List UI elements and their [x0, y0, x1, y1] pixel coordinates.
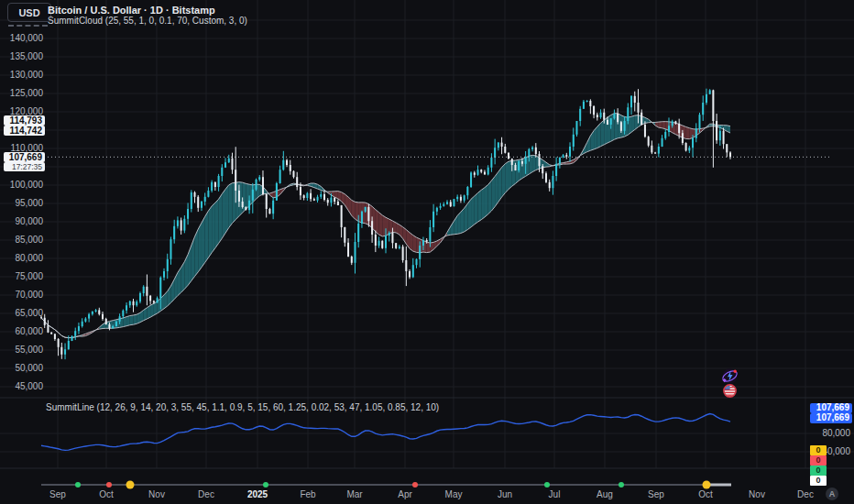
summitcloud-fill [126, 316, 130, 326]
time-tick-label: Jul [549, 489, 561, 499]
summitcloud-fill [502, 164, 506, 197]
candle-body [542, 166, 543, 173]
candle-body [320, 194, 322, 197]
summitcloud-fill [202, 216, 205, 267]
candle-body [480, 170, 482, 171]
candle-body [262, 177, 264, 194]
symbol-legend[interactable]: Bitcoin / U.S. Dollar · 1D · Bitstamp [48, 5, 215, 16]
candle-body [191, 192, 192, 209]
candle-body [412, 265, 414, 277]
price-chart-canvas[interactable] [0, 0, 854, 504]
candle-body [71, 336, 73, 341]
candle-body [521, 161, 523, 164]
flash-orbit-event-icon[interactable] [721, 367, 739, 385]
candle-body [78, 326, 80, 331]
summitcloud-fill [491, 176, 495, 211]
candle-body [487, 168, 489, 175]
summitcloud-fill [686, 126, 690, 138]
candle-body [460, 197, 462, 201]
candle-body [389, 233, 390, 236]
summitcloud-fill [208, 206, 212, 257]
candle-body [695, 128, 697, 138]
candle-body [698, 115, 700, 128]
timeline-event-dot[interactable] [544, 482, 550, 488]
candle-body [552, 176, 553, 188]
candle-body [395, 243, 397, 248]
summitcloud-fill [475, 192, 478, 224]
candle-body [218, 176, 220, 187]
candle-body [207, 191, 209, 197]
price-tick-label: 125,000 [0, 88, 43, 99]
timeline-event-dot[interactable] [126, 481, 135, 489]
timeline-event-dot[interactable] [412, 482, 418, 488]
candle-body [617, 114, 619, 122]
price-tick-label: 90,000 [0, 216, 43, 227]
candle-body [300, 187, 301, 195]
price-tick-label: 45,000 [0, 381, 43, 392]
candle-body [729, 152, 731, 157]
cloud-value-badge: 114,793 [4, 115, 45, 126]
candle-body [159, 278, 161, 298]
candle-body [559, 158, 561, 164]
candle-body [627, 107, 629, 121]
candle-body [167, 259, 169, 271]
time-tick-label: Nov [749, 489, 765, 499]
candle-body [712, 90, 714, 121]
candle-body [440, 206, 442, 208]
candle-body [477, 170, 479, 175]
candle-body [466, 187, 468, 195]
candle-body [153, 301, 155, 302]
candle-body [405, 260, 407, 271]
candle-body [119, 316, 121, 322]
candle-body [416, 259, 418, 265]
candle-body [662, 138, 663, 147]
candle-body [58, 339, 60, 347]
summitcloud-fill [215, 199, 219, 247]
candle-body [610, 118, 612, 125]
candle-body [105, 319, 107, 324]
candle-body [685, 143, 687, 150]
summitcloud-fill [134, 314, 137, 324]
timeline-event-dot[interactable] [75, 482, 81, 488]
candle-body [432, 212, 434, 227]
summitcloud-fill [498, 168, 502, 203]
summitcloud-fill [601, 120, 605, 147]
indicator-legend-summitline[interactable]: SummitLine (12, 26, 9, 14, 20, 3, 55, 45… [46, 402, 439, 412]
currency-toggle-button[interactable]: USD [7, 3, 51, 22]
candle-body [170, 239, 171, 259]
candle-body [378, 241, 380, 246]
candle-body [133, 301, 135, 305]
summitcloud-fill [382, 215, 386, 236]
summitcloud-fill [488, 181, 492, 214]
candle-body [214, 182, 216, 187]
candle-body [501, 143, 503, 147]
candle-body [282, 160, 284, 170]
summitcloud-fill [467, 199, 471, 229]
candle-body [197, 197, 199, 208]
indicator-legend-summitcloud[interactable]: SummitCloud (25, 55, 1, 0, 0.1, 70, Cust… [48, 16, 247, 26]
attribution-badge[interactable]: A [826, 488, 838, 500]
timeline-event-dot[interactable] [619, 482, 624, 488]
timeline-event-dot[interactable] [263, 482, 268, 488]
price-tick-label: 55,000 [0, 345, 43, 356]
candle-body [115, 322, 117, 326]
candle-body [242, 202, 244, 207]
summitcloud-fill [355, 202, 358, 221]
candle-body [651, 146, 652, 153]
summitcloud-fill [225, 185, 229, 233]
candle-body [385, 236, 387, 248]
candle-body [498, 143, 499, 148]
candle-body [337, 202, 339, 205]
timeline-event-dot[interactable] [703, 481, 711, 489]
candle-body [539, 154, 541, 166]
us-flag-event-icon[interactable] [723, 384, 737, 398]
candle-body [429, 227, 431, 242]
candle-body [47, 325, 49, 333]
bar-countdown-badge: 17:27:35 [4, 162, 45, 171]
candle-body [409, 271, 411, 277]
candle-body [436, 208, 438, 212]
candle-body [490, 158, 492, 168]
timeline-event-dot[interactable] [106, 482, 112, 488]
candle-body [201, 202, 203, 208]
candle-body [367, 207, 369, 221]
